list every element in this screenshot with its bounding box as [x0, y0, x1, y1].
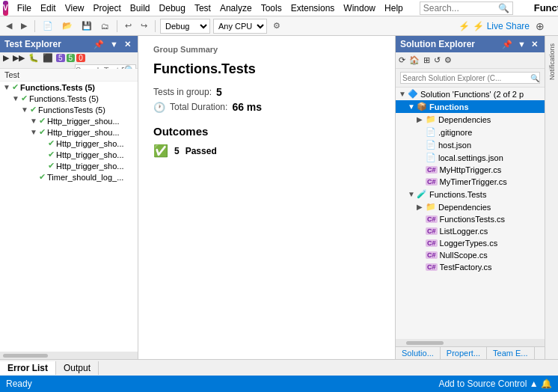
panel-pin-button[interactable]: 📌: [91, 39, 106, 50]
se-toolbar: ⟳ 🏠 ⊞ ↺ ⚙: [396, 52, 545, 69]
tree-node-0[interactable]: ▼ ✔ Functions.Tests (5): [0, 82, 138, 93]
se-text-dependencies: Dependencies: [438, 115, 491, 124]
tree-node-5[interactable]: ✔ Http_trigger_sho...: [0, 138, 138, 149]
te-toolbar: ▶ ▶▶ 🐛 ⬛ 5 5 0 🔍: [0, 52, 138, 69]
se-node-nullscope[interactable]: C# NullScope.cs: [396, 249, 545, 261]
se-text-solution: Solution 'Functions' (2 of 2 p: [420, 90, 524, 99]
tree-node-8[interactable]: ✔ Timer_should_log_...: [0, 171, 138, 183]
menu-file[interactable]: File: [13, 1, 36, 15]
te-scrollbar[interactable]: [3, 354, 48, 358]
platform-select[interactable]: Any CPU: [213, 19, 267, 34]
se-tab-properties[interactable]: Propert...: [441, 347, 487, 359]
tests-in-group-value: 5: [216, 86, 222, 98]
te-run-play-button[interactable]: ▶▶: [11, 52, 26, 64]
se-node-deps2[interactable]: ▶ 📁 Dependencies: [396, 200, 545, 213]
add-to-source-control[interactable]: Add to Source Control ▲ 🔔: [438, 379, 552, 389]
forward-button[interactable]: ▶: [18, 19, 30, 32]
tree-node-7[interactable]: ✔ Http_trigger_sho...: [0, 160, 138, 171]
check-icon-6: ✔: [48, 150, 55, 159]
te-stop-button[interactable]: ⬛: [41, 52, 55, 64]
se-node-loggertypes[interactable]: C# LoggerTypes.cs: [396, 237, 545, 249]
se-node-solution[interactable]: ▼ 🔷 Solution 'Functions' (2 of 2 p: [396, 88, 545, 100]
se-expand-functionstests[interactable]: ▼: [408, 190, 417, 198]
expand-icon-4[interactable]: ▼: [30, 128, 39, 136]
se-pin-button[interactable]: 📌: [500, 39, 515, 50]
total-duration-label: Total Duration:: [170, 102, 227, 112]
menu-extensions[interactable]: Extensions: [286, 1, 340, 15]
se-tab-solution[interactable]: Solutio...: [396, 347, 441, 359]
menu-test[interactable]: Test: [190, 1, 215, 15]
se-search-box[interactable]: 🔍: [400, 72, 540, 84]
se-home-button[interactable]: 🏠: [408, 55, 421, 66]
menu-analyze[interactable]: Analyze: [215, 1, 257, 15]
se-text-localsettings: local.settings.json: [438, 153, 503, 162]
build-settings-button[interactable]: ⚙: [270, 19, 283, 32]
se-search-input[interactable]: [401, 74, 530, 82]
expand-icon-0[interactable]: ▼: [3, 83, 12, 91]
se-node-gitignore[interactable]: 📄 .gitignore: [396, 126, 545, 138]
se-refresh-button[interactable]: ↺: [432, 55, 442, 66]
save-button[interactable]: 💾: [79, 19, 95, 32]
passed-check-icon: ✅: [153, 144, 168, 158]
se-node-functionstestscs[interactable]: C# FunctionsTests.cs: [396, 213, 545, 225]
se-node-functionstests[interactable]: ▼ 🧪 Functions.Tests: [396, 188, 545, 200]
se-node-hostjson[interactable]: 📄 host.json: [396, 138, 545, 151]
undo-button[interactable]: ↩: [122, 19, 135, 32]
se-node-localsettings[interactable]: 📄 local.settings.json: [396, 151, 545, 164]
expand-icon-2[interactable]: ▼: [21, 105, 30, 114]
expand-icon-1[interactable]: ▼: [12, 94, 21, 102]
se-settings-button[interactable]: ⚙: [443, 55, 453, 66]
panel-close-button[interactable]: ✕: [122, 39, 133, 50]
se-node-timertrigger[interactable]: C# MyTimerTrigger.cs: [396, 176, 545, 188]
se-node-testfactory[interactable]: C# TestFactory.cs: [396, 261, 545, 273]
menu-help[interactable]: Help: [380, 1, 408, 15]
se-node-listlogger[interactable]: C# ListLogger.cs: [396, 225, 545, 237]
se-node-dependencies[interactable]: ▶ 📁 Dependencies: [396, 113, 545, 126]
tree-node-2[interactable]: ▼ ✔ FunctionsTests (5): [0, 104, 138, 115]
liveshare-settings-button[interactable]: ⊕: [533, 19, 548, 34]
tree-node-3[interactable]: ▼ ✔ Http_trigger_shou...: [0, 115, 138, 126]
liveshare-label[interactable]: ⚡ Live Share: [473, 21, 530, 31]
loggertypes-icon: C#: [426, 239, 438, 247]
menu-tools[interactable]: Tools: [257, 1, 286, 15]
node-text-3: Http_trigger_shou...: [47, 117, 120, 126]
se-expand-deps[interactable]: ▶: [417, 115, 426, 123]
se-expand-functions[interactable]: ▼: [408, 102, 417, 111]
bottom-tab-error-list[interactable]: Error List: [0, 361, 56, 375]
te-run-all-button[interactable]: ▶: [1, 52, 10, 64]
se-close-button[interactable]: ✕: [529, 39, 540, 50]
search-input[interactable]: [423, 3, 498, 13]
se-scrollbar[interactable]: [406, 341, 444, 345]
check-icon-8: ✔: [39, 172, 46, 182]
tree-node-6[interactable]: ✔ Http_trigger_sho...: [0, 149, 138, 160]
se-props-button[interactable]: ⊞: [422, 55, 432, 66]
tree-node-4[interactable]: ▼ ✔ Http_trigger_shou...: [0, 126, 138, 138]
redo-button[interactable]: ↪: [138, 19, 150, 32]
tree-node-1[interactable]: ▼ ✔ Functions.Tests (5): [0, 93, 138, 104]
se-tab-team[interactable]: Team E...: [487, 347, 534, 359]
menu-view[interactable]: View: [61, 1, 89, 15]
new-file-button[interactable]: 📄: [40, 19, 56, 32]
se-node-httptrigger[interactable]: C# MyHttpTrigger.cs: [396, 164, 545, 176]
menu-window[interactable]: Window: [339, 1, 380, 15]
menu-debug[interactable]: Debug: [155, 1, 190, 15]
panel-dropdown-button[interactable]: ▼: [108, 39, 120, 50]
save-all-button[interactable]: 🗂: [98, 20, 112, 32]
se-dropdown-button[interactable]: ▼: [515, 39, 528, 50]
se-expand-deps2[interactable]: ▶: [417, 203, 426, 211]
open-button[interactable]: 📂: [59, 19, 76, 32]
se-sync-button[interactable]: ⟳: [397, 55, 407, 66]
build-config-select[interactable]: Debug Release: [160, 19, 210, 34]
se-node-functions[interactable]: ▼ 📦 Functions: [396, 100, 545, 113]
global-search[interactable]: 🔍: [420, 1, 513, 15]
menu-project[interactable]: Project: [89, 1, 126, 15]
bottom-tab-output[interactable]: Output: [56, 361, 99, 375]
menu-edit[interactable]: Edit: [36, 1, 61, 15]
te-debug-button[interactable]: 🐛: [27, 52, 40, 64]
localsettings-icon: 📄: [426, 153, 436, 162]
panel-buttons: 📌 ▼ ✕: [91, 39, 133, 50]
se-expand-solution[interactable]: ▼: [399, 90, 408, 98]
expand-icon-3[interactable]: ▼: [30, 117, 39, 125]
menu-build[interactable]: Build: [126, 1, 155, 15]
back-button[interactable]: ◀: [3, 19, 15, 32]
